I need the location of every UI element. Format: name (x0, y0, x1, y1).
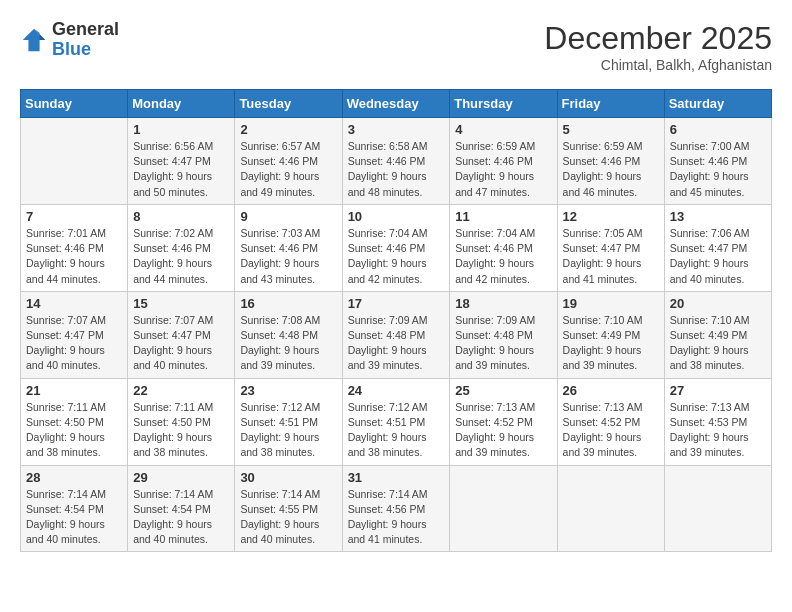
calendar-cell: 16Sunrise: 7:08 AMSunset: 4:48 PMDayligh… (235, 291, 342, 378)
calendar-week-row: 1Sunrise: 6:56 AMSunset: 4:47 PMDaylight… (21, 118, 772, 205)
day-info: Sunrise: 7:01 AMSunset: 4:46 PMDaylight:… (26, 226, 122, 287)
column-header-sunday: Sunday (21, 90, 128, 118)
calendar-cell (557, 465, 664, 552)
day-number: 14 (26, 296, 122, 311)
day-info: Sunrise: 7:14 AMSunset: 4:56 PMDaylight:… (348, 487, 445, 548)
day-info: Sunrise: 7:04 AMSunset: 4:46 PMDaylight:… (455, 226, 551, 287)
day-number: 21 (26, 383, 122, 398)
day-number: 8 (133, 209, 229, 224)
calendar-cell: 13Sunrise: 7:06 AMSunset: 4:47 PMDayligh… (664, 204, 771, 291)
calendar-cell: 17Sunrise: 7:09 AMSunset: 4:48 PMDayligh… (342, 291, 450, 378)
day-info: Sunrise: 6:59 AMSunset: 4:46 PMDaylight:… (563, 139, 659, 200)
day-number: 26 (563, 383, 659, 398)
day-number: 18 (455, 296, 551, 311)
column-header-monday: Monday (128, 90, 235, 118)
calendar-cell: 2Sunrise: 6:57 AMSunset: 4:46 PMDaylight… (235, 118, 342, 205)
day-info: Sunrise: 6:57 AMSunset: 4:46 PMDaylight:… (240, 139, 336, 200)
logo-icon (20, 26, 48, 54)
column-header-wednesday: Wednesday (342, 90, 450, 118)
calendar-week-row: 7Sunrise: 7:01 AMSunset: 4:46 PMDaylight… (21, 204, 772, 291)
day-number: 16 (240, 296, 336, 311)
calendar-week-row: 28Sunrise: 7:14 AMSunset: 4:54 PMDayligh… (21, 465, 772, 552)
logo-blue: Blue (52, 39, 91, 59)
calendar-cell (450, 465, 557, 552)
day-info: Sunrise: 7:14 AMSunset: 4:54 PMDaylight:… (26, 487, 122, 548)
day-info: Sunrise: 7:09 AMSunset: 4:48 PMDaylight:… (455, 313, 551, 374)
calendar-cell: 11Sunrise: 7:04 AMSunset: 4:46 PMDayligh… (450, 204, 557, 291)
calendar-cell: 29Sunrise: 7:14 AMSunset: 4:54 PMDayligh… (128, 465, 235, 552)
day-number: 27 (670, 383, 766, 398)
day-info: Sunrise: 7:10 AMSunset: 4:49 PMDaylight:… (670, 313, 766, 374)
column-header-tuesday: Tuesday (235, 90, 342, 118)
day-number: 24 (348, 383, 445, 398)
calendar-cell: 27Sunrise: 7:13 AMSunset: 4:53 PMDayligh… (664, 378, 771, 465)
day-number: 19 (563, 296, 659, 311)
calendar-cell: 3Sunrise: 6:58 AMSunset: 4:46 PMDaylight… (342, 118, 450, 205)
day-number: 2 (240, 122, 336, 137)
day-info: Sunrise: 7:04 AMSunset: 4:46 PMDaylight:… (348, 226, 445, 287)
logo-text: General Blue (52, 20, 119, 60)
calendar-cell: 28Sunrise: 7:14 AMSunset: 4:54 PMDayligh… (21, 465, 128, 552)
day-number: 6 (670, 122, 766, 137)
calendar-table: SundayMondayTuesdayWednesdayThursdayFrid… (20, 89, 772, 552)
calendar-cell: 9Sunrise: 7:03 AMSunset: 4:46 PMDaylight… (235, 204, 342, 291)
day-info: Sunrise: 7:07 AMSunset: 4:47 PMDaylight:… (133, 313, 229, 374)
day-number: 1 (133, 122, 229, 137)
logo-general: General (52, 19, 119, 39)
calendar-cell: 23Sunrise: 7:12 AMSunset: 4:51 PMDayligh… (235, 378, 342, 465)
calendar-cell: 18Sunrise: 7:09 AMSunset: 4:48 PMDayligh… (450, 291, 557, 378)
day-number: 7 (26, 209, 122, 224)
page-header: General Blue December 2025 Chimtal, Balk… (20, 20, 772, 73)
calendar-cell: 4Sunrise: 6:59 AMSunset: 4:46 PMDaylight… (450, 118, 557, 205)
calendar-cell: 5Sunrise: 6:59 AMSunset: 4:46 PMDaylight… (557, 118, 664, 205)
day-info: Sunrise: 7:14 AMSunset: 4:54 PMDaylight:… (133, 487, 229, 548)
calendar-cell: 31Sunrise: 7:14 AMSunset: 4:56 PMDayligh… (342, 465, 450, 552)
day-info: Sunrise: 7:05 AMSunset: 4:47 PMDaylight:… (563, 226, 659, 287)
column-header-thursday: Thursday (450, 90, 557, 118)
day-number: 17 (348, 296, 445, 311)
day-info: Sunrise: 7:11 AMSunset: 4:50 PMDaylight:… (133, 400, 229, 461)
calendar-cell: 25Sunrise: 7:13 AMSunset: 4:52 PMDayligh… (450, 378, 557, 465)
title-block: December 2025 Chimtal, Balkh, Afghanista… (544, 20, 772, 73)
calendar-cell: 30Sunrise: 7:14 AMSunset: 4:55 PMDayligh… (235, 465, 342, 552)
calendar-cell: 14Sunrise: 7:07 AMSunset: 4:47 PMDayligh… (21, 291, 128, 378)
day-info: Sunrise: 7:00 AMSunset: 4:46 PMDaylight:… (670, 139, 766, 200)
day-number: 23 (240, 383, 336, 398)
day-info: Sunrise: 7:13 AMSunset: 4:52 PMDaylight:… (455, 400, 551, 461)
day-number: 11 (455, 209, 551, 224)
day-number: 29 (133, 470, 229, 485)
day-info: Sunrise: 7:10 AMSunset: 4:49 PMDaylight:… (563, 313, 659, 374)
day-info: Sunrise: 7:14 AMSunset: 4:55 PMDaylight:… (240, 487, 336, 548)
day-info: Sunrise: 6:58 AMSunset: 4:46 PMDaylight:… (348, 139, 445, 200)
day-info: Sunrise: 7:03 AMSunset: 4:46 PMDaylight:… (240, 226, 336, 287)
day-info: Sunrise: 7:06 AMSunset: 4:47 PMDaylight:… (670, 226, 766, 287)
day-info: Sunrise: 7:08 AMSunset: 4:48 PMDaylight:… (240, 313, 336, 374)
day-number: 12 (563, 209, 659, 224)
column-header-saturday: Saturday (664, 90, 771, 118)
calendar-cell: 10Sunrise: 7:04 AMSunset: 4:46 PMDayligh… (342, 204, 450, 291)
calendar-header-row: SundayMondayTuesdayWednesdayThursdayFrid… (21, 90, 772, 118)
calendar-cell: 24Sunrise: 7:12 AMSunset: 4:51 PMDayligh… (342, 378, 450, 465)
day-info: Sunrise: 7:13 AMSunset: 4:53 PMDaylight:… (670, 400, 766, 461)
day-number: 31 (348, 470, 445, 485)
calendar-cell (664, 465, 771, 552)
day-info: Sunrise: 7:12 AMSunset: 4:51 PMDaylight:… (240, 400, 336, 461)
calendar-cell: 19Sunrise: 7:10 AMSunset: 4:49 PMDayligh… (557, 291, 664, 378)
day-number: 28 (26, 470, 122, 485)
calendar-cell: 21Sunrise: 7:11 AMSunset: 4:50 PMDayligh… (21, 378, 128, 465)
calendar-cell: 7Sunrise: 7:01 AMSunset: 4:46 PMDaylight… (21, 204, 128, 291)
calendar-cell: 12Sunrise: 7:05 AMSunset: 4:47 PMDayligh… (557, 204, 664, 291)
day-number: 20 (670, 296, 766, 311)
month-title: December 2025 (544, 20, 772, 57)
day-info: Sunrise: 7:13 AMSunset: 4:52 PMDaylight:… (563, 400, 659, 461)
calendar-cell: 22Sunrise: 7:11 AMSunset: 4:50 PMDayligh… (128, 378, 235, 465)
column-header-friday: Friday (557, 90, 664, 118)
calendar-cell: 20Sunrise: 7:10 AMSunset: 4:49 PMDayligh… (664, 291, 771, 378)
day-number: 5 (563, 122, 659, 137)
logo: General Blue (20, 20, 119, 60)
day-info: Sunrise: 7:07 AMSunset: 4:47 PMDaylight:… (26, 313, 122, 374)
day-number: 10 (348, 209, 445, 224)
day-number: 13 (670, 209, 766, 224)
day-number: 22 (133, 383, 229, 398)
day-number: 30 (240, 470, 336, 485)
